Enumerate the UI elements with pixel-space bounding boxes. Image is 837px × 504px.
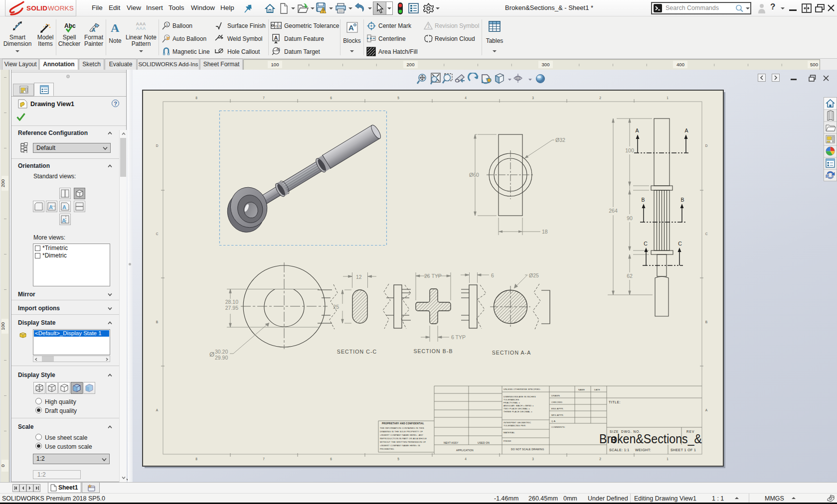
svg-text:C: C (156, 232, 159, 236)
svg-text:SECTION B-B: SECTION B-B (413, 348, 453, 354)
svg-text:FINISH: FINISH (503, 440, 511, 442)
svg-text:62: 62 (627, 273, 633, 279)
svg-text:PROHIBITED.: PROHIBITED. (380, 448, 395, 450)
svg-text:0: 0 (0, 464, 5, 467)
svg-text:DRAWING IS THE SOLE PROPERTY O: DRAWING IS THE SOLE PROPERTY OF (380, 430, 423, 433)
svg-text:AAA: AAA (136, 26, 146, 30)
svg-text:A: A (635, 127, 639, 133)
svg-text:3: 3 (532, 96, 534, 100)
svg-text:0.3: 0.3 (275, 24, 281, 28)
svg-text:500: 500 (810, 62, 818, 67)
svg-text:Broken&Sections_&: Broken&Sections_& (599, 432, 702, 446)
svg-text:COMMENTS:: COMMENTS: (551, 426, 565, 428)
svg-text:WITHOUT THE WRITTEN PERMISSION: WITHOUT THE WRITTEN PERMISSION OF (380, 441, 426, 443)
svg-text:DRAWN: DRAWN (551, 394, 560, 397)
svg-text:Ø60: Ø60 (469, 172, 479, 178)
svg-text:4: 4 (465, 457, 467, 461)
svg-text:2: 2 (599, 96, 601, 100)
svg-text:TOLERANCES:: TOLERANCES: (503, 398, 519, 401)
svg-text:6: 6 (330, 457, 332, 461)
svg-text:5: 5 (397, 96, 399, 100)
svg-text:A: A (62, 204, 66, 210)
svg-text:CHECKED: CHECKED (551, 401, 562, 403)
svg-text:6: 6 (491, 272, 494, 278)
svg-text:WEIGHT:: WEIGHT: (635, 448, 651, 452)
svg-text:29.90: 29.90 (215, 355, 228, 361)
svg-text:WORKS: WORKS (48, 4, 74, 12)
svg-text:A: A (156, 408, 159, 412)
svg-text:B: B (705, 320, 707, 324)
svg-text:NEXT ASSY: NEXT ASSY (444, 441, 459, 444)
svg-text:Ø: Ø (209, 351, 214, 358)
svg-text:A: A (274, 35, 278, 41)
svg-text:B: B (680, 197, 684, 203)
svg-text:264: 264 (609, 208, 618, 214)
svg-text:SECTION A-A: SECTION A-A (492, 350, 531, 356)
svg-text:C: C (678, 241, 682, 247)
svg-text:300: 300 (542, 62, 550, 67)
svg-text:18: 18 (542, 229, 548, 235)
svg-text:100: 100 (0, 322, 5, 330)
svg-text:SECTION C-C: SECTION C-C (337, 349, 377, 355)
svg-text:100: 100 (625, 147, 634, 153)
svg-text:1: 1 (667, 457, 669, 461)
svg-text:25: 25 (333, 304, 339, 310)
svg-text:SOLID: SOLID (26, 4, 47, 12)
svg-text:A1: A1 (277, 47, 281, 51)
svg-text:USED ON: USED ON (478, 441, 490, 444)
svg-text:8: 8 (195, 96, 197, 100)
svg-text:1: 1 (427, 23, 430, 29)
svg-text:90: 90 (627, 215, 633, 221)
svg-text:7: 7 (263, 457, 265, 461)
svg-text:D: D (156, 144, 159, 147)
svg-text:<INSERT COMPANY NAME HERE>. AN: <INSERT COMPANY NAME HERE>. ANY (380, 434, 423, 436)
svg-text:C: C (644, 241, 648, 247)
svg-text:200: 200 (0, 179, 5, 187)
svg-text:5: 5 (397, 457, 399, 461)
svg-text:Ø32: Ø32 (555, 137, 565, 143)
svg-text:A: A (49, 204, 53, 210)
svg-text:A: A (684, 127, 688, 133)
svg-text:200: 200 (407, 62, 415, 67)
svg-text:SHEET 1 OF 1: SHEET 1 OF 1 (670, 448, 696, 452)
svg-text:1: 1 (166, 23, 168, 26)
svg-text:30.20: 30.20 (215, 349, 228, 355)
svg-text:100: 100 (271, 62, 279, 67)
svg-text:3: 3 (532, 457, 534, 461)
svg-text:6: 6 (330, 96, 332, 100)
svg-text:REPRODUCTION IN PART OR AS A W: REPRODUCTION IN PART OR AS A WHOLE (380, 437, 427, 440)
svg-text:FRACTIONAL ±: FRACTIONAL ± (503, 401, 520, 404)
svg-text:400: 400 (676, 62, 684, 67)
svg-text:DIMENSIONS ARE IN INCHES: DIMENSIONS ARE IN INCHES (503, 395, 536, 398)
svg-text:INTERPRET GEOMETRIC: INTERPRET GEOMETRIC (503, 421, 531, 424)
svg-text:7: 7 (263, 96, 265, 100)
svg-text:6 TYP: 6 TYP (451, 334, 466, 340)
svg-text:1: 1 (667, 96, 669, 100)
svg-text:THE INFORMATION CONTAINED IN T: THE INFORMATION CONTAINED IN THIS (380, 427, 424, 429)
svg-text:8: 8 (195, 457, 197, 461)
svg-text:A: A (705, 408, 708, 412)
svg-text:DO NOT SCALE DRAWING: DO NOT SCALE DRAWING (511, 448, 544, 451)
svg-text:D: D (705, 144, 708, 147)
svg-text:A: A (348, 23, 354, 32)
svg-text:UNLESS OTHERWISE SPECIFIED:: UNLESS OTHERWISE SPECIFIED: (503, 388, 541, 390)
svg-text:C: C (705, 232, 708, 236)
svg-text:2: 2 (599, 457, 601, 461)
svg-text:26 TYP: 26 TYP (424, 273, 442, 279)
svg-text:TITLE:: TITLE: (609, 400, 621, 404)
svg-text:MFG APPR.: MFG APPR. (551, 414, 564, 416)
svg-text:Q.A.: Q.A. (551, 420, 556, 422)
svg-text:TWO PLACE DECIMAL ±: TWO PLACE DECIMAL ± (503, 407, 530, 410)
svg-text:A: A (92, 27, 95, 33)
svg-text:APPLICATION: APPLICATION (456, 449, 474, 452)
svg-text:27.95: 27.95 (225, 305, 238, 311)
svg-text:A: A (111, 21, 120, 33)
svg-text:ANGULAR: MACH ± BEND ±: ANGULAR: MACH ± BEND ± (503, 404, 534, 407)
svg-text:SCALE: 1:1: SCALE: 1:1 (609, 448, 630, 452)
svg-text:Ø25: Ø25 (529, 272, 539, 278)
svg-text:PROPRIETARY AND CONFIDENTIAL: PROPRIETARY AND CONFIDENTIAL (382, 422, 424, 425)
svg-text:A: A (62, 218, 66, 224)
svg-text:B: B (641, 197, 645, 203)
svg-text:TOLERANCING PER:: TOLERANCING PER: (503, 424, 526, 427)
svg-text:4: 4 (465, 96, 467, 100)
